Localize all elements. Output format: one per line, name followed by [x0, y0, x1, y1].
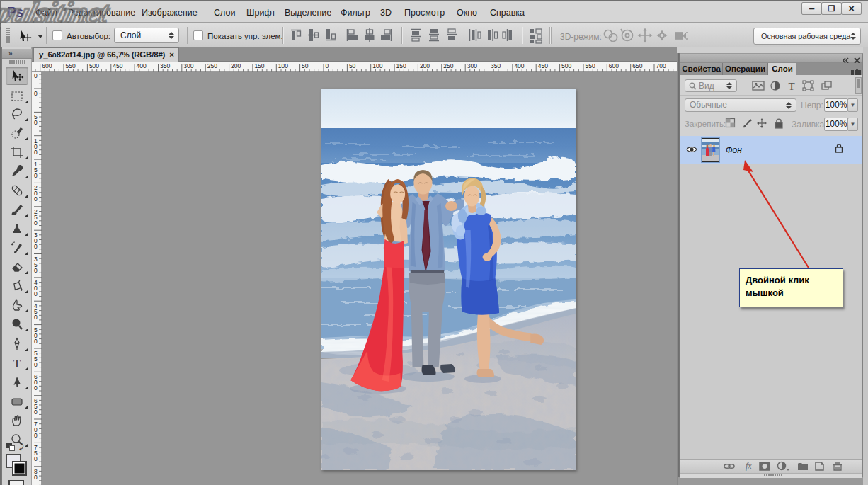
svg-text:400: 400 — [137, 62, 147, 69]
svg-text:600: 600 — [609, 62, 619, 69]
svg-text:450: 450 — [113, 62, 122, 69]
svg-text:150: 150 — [396, 62, 406, 69]
svg-text:0: 0 — [34, 384, 38, 392]
svg-text:fx: fx — [746, 461, 752, 471]
svg-text:0: 0 — [34, 361, 38, 368]
svg-text:650: 650 — [632, 62, 642, 69]
svg-text:0: 0 — [34, 72, 38, 79]
svg-text:0: 0 — [34, 290, 38, 297]
svg-text:0: 0 — [34, 149, 38, 156]
svg-text:0: 0 — [34, 195, 38, 202]
svg-text:0: 0 — [326, 62, 329, 69]
svg-text:350: 350 — [491, 62, 501, 69]
svg-text:250: 250 — [207, 62, 217, 69]
svg-text:0: 0 — [34, 172, 38, 179]
svg-text:0: 0 — [34, 409, 38, 416]
svg-text:0: 0 — [34, 119, 38, 126]
svg-text:700: 700 — [656, 62, 666, 69]
svg-text:100: 100 — [372, 62, 382, 69]
svg-text:500: 500 — [89, 62, 99, 69]
svg-text:550: 550 — [586, 62, 595, 69]
svg-text:0: 0 — [34, 432, 38, 439]
svg-text:0: 0 — [34, 455, 38, 462]
svg-text:200: 200 — [231, 62, 241, 69]
svg-text:350: 350 — [160, 62, 170, 69]
svg-text:T: T — [13, 357, 21, 370]
svg-text:0: 0 — [34, 474, 38, 481]
svg-text:0: 0 — [34, 243, 38, 250]
svg-text:150: 150 — [254, 62, 264, 69]
svg-text:50: 50 — [349, 62, 356, 69]
svg-text:100: 100 — [278, 62, 288, 69]
svg-text:200: 200 — [420, 62, 430, 69]
svg-text:0: 0 — [34, 314, 38, 321]
svg-text:250: 250 — [443, 62, 453, 69]
svg-text:300: 300 — [467, 62, 477, 69]
svg-text:400: 400 — [514, 62, 524, 69]
svg-text:50: 50 — [302, 62, 309, 69]
svg-text:0: 0 — [34, 338, 38, 345]
svg-text:500: 500 — [561, 62, 571, 69]
svg-text:0: 0 — [34, 90, 38, 97]
svg-text:600: 600 — [42, 62, 52, 69]
svg-text:0: 0 — [34, 219, 38, 227]
svg-text:550: 550 — [66, 62, 76, 69]
svg-text:300: 300 — [183, 62, 193, 69]
svg-text:0: 0 — [34, 267, 38, 274]
svg-text:T: T — [788, 81, 794, 92]
svg-text:450: 450 — [538, 62, 548, 69]
